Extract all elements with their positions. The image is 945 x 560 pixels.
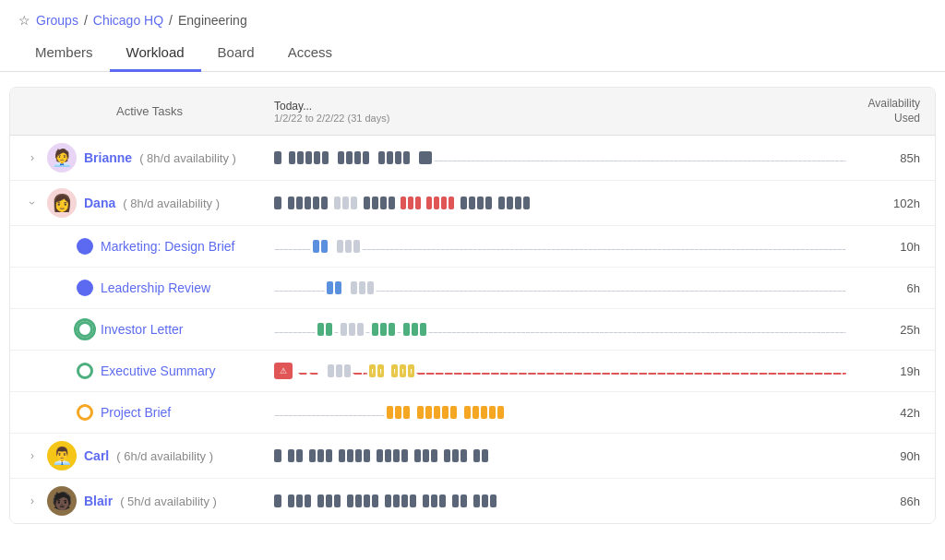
carl-hours: 90h — [846, 449, 920, 463]
expand-brianne[interactable]: › — [25, 150, 40, 165]
breadcrumb: ☆ Groups / Chicago HQ / Engineering — [0, 0, 945, 35]
row-brianne: › 🧑‍💼 Brianne ( 8h/d availability ) — [10, 136, 935, 181]
marketing-gantt — [274, 233, 846, 259]
marketing-hours: 10h — [846, 240, 920, 254]
tab-workload[interactable]: Workload — [110, 35, 201, 72]
row-blair: › 🧑🏿 Blair ( 5h/d availability ) — [10, 479, 935, 523]
carl-gantt — [274, 443, 846, 469]
project-gantt — [274, 399, 846, 425]
executive-gantt: ⚠ ! ! ! ! ! — [274, 358, 846, 384]
investor-gantt — [274, 316, 846, 342]
breadcrumb-groups[interactable]: Groups — [36, 13, 78, 28]
tab-bar: Members Workload Board Access — [0, 35, 945, 72]
investor-task-name: Investor Letter — [101, 322, 184, 337]
breadcrumb-sep2: / — [169, 13, 173, 28]
tab-members[interactable]: Members — [18, 35, 110, 72]
date-sub: 1/2/22 to 2/2/22 (31 days) — [274, 113, 846, 124]
expand-dana[interactable]: › — [25, 196, 40, 210]
brianne-gantt — [274, 145, 846, 171]
project-task-name: Project Brief — [101, 405, 171, 420]
warning-icon: ⚠ — [274, 363, 293, 379]
task-name-project: Project Brief — [25, 404, 274, 421]
table-header: Active Tasks Today... 1/2/22 to 2/2/22 (… — [10, 88, 935, 136]
avatar-blair: 🧑🏿 — [47, 486, 77, 516]
col-header-timeline: Today... 1/2/22 to 2/2/22 (31 days) — [274, 100, 846, 124]
col-header-task: Active Tasks — [25, 104, 274, 118]
row-investor-letter: Investor Letter — [10, 309, 935, 351]
row-project-brief: Project Brief — [10, 392, 935, 434]
col-header-avail: Availability Used — [846, 97, 920, 125]
dana-gantt — [274, 190, 846, 216]
investor-hours: 25h — [846, 323, 920, 337]
person-name-dana: › 👩 Dana ( 8h/d availability ) — [25, 188, 274, 218]
project-hours: 42h — [846, 406, 920, 420]
brianne-name: Brianne — [84, 150, 132, 165]
avatar-dana: 👩 — [47, 188, 77, 218]
task-name-marketing: Marketing: Design Brief — [25, 238, 274, 255]
marketing-task-name: Marketing: Design Brief — [101, 239, 235, 254]
dana-name: Dana — [84, 196, 115, 210]
executive-task-name: Executive Summary — [101, 363, 215, 378]
brianne-hours: 85h — [846, 151, 920, 165]
blair-avail: ( 5h/d availability ) — [120, 494, 217, 508]
task-name-executive: Executive Summary — [25, 363, 274, 379]
carl-avail: ( 6h/d availability ) — [116, 449, 213, 463]
row-executive-summary: Executive Summary ⚠ ! ! — [10, 351, 935, 392]
blair-hours: 86h — [846, 494, 920, 508]
task-icon-investor — [77, 321, 93, 338]
leadership-hours: 6h — [846, 281, 920, 295]
person-name-brianne: › 🧑‍💼 Brianne ( 8h/d availability ) — [25, 143, 274, 173]
dana-avail: ( 8h/d availability ) — [123, 197, 220, 210]
blair-gantt — [274, 488, 846, 514]
expand-blair[interactable]: › — [25, 494, 40, 508]
task-icon-project — [77, 404, 93, 421]
row-marketing-design: Marketing: Design Brief 10h — [10, 226, 935, 268]
row-dana: › 👩 Dana ( 8h/d availability ) — [10, 181, 935, 226]
task-name-investor: Investor Letter — [25, 321, 274, 338]
dana-hours: 102h — [846, 197, 920, 210]
carl-name: Carl — [84, 448, 109, 463]
tab-board[interactable]: Board — [201, 35, 271, 72]
task-name-leadership: Leadership Review — [25, 280, 274, 296]
breadcrumb-hq[interactable]: Chicago HQ — [93, 13, 163, 28]
workload-table: Active Tasks Today... 1/2/22 to 2/2/22 (… — [9, 87, 936, 524]
person-name-carl: › 👨‍💼 Carl ( 6h/d availability ) — [25, 441, 274, 471]
executive-hours: 19h — [846, 364, 920, 378]
row-leadership-review: Leadership Review 6h — [10, 268, 935, 309]
row-carl: › 👨‍💼 Carl ( 6h/d availability ) — [10, 434, 935, 479]
expand-carl[interactable]: › — [25, 448, 40, 463]
brianne-avail: ( 8h/d availability ) — [139, 151, 236, 165]
breadcrumb-team: Engineering — [178, 13, 247, 28]
task-icon-leadership — [77, 280, 93, 296]
date-label: Today... — [274, 100, 846, 113]
task-icon-executive — [77, 363, 93, 379]
avatar-brianne: 🧑‍💼 — [47, 143, 77, 173]
blair-name: Blair — [84, 494, 113, 508]
person-name-blair: › 🧑🏿 Blair ( 5h/d availability ) — [25, 486, 274, 516]
star-icon[interactable]: ☆ — [18, 13, 30, 28]
avatar-carl: 👨‍💼 — [47, 441, 77, 471]
leadership-task-name: Leadership Review — [101, 280, 210, 295]
leadership-gantt — [274, 275, 846, 301]
breadcrumb-sep1: / — [84, 13, 88, 28]
task-icon-marketing — [77, 238, 93, 255]
tab-access[interactable]: Access — [271, 35, 349, 72]
